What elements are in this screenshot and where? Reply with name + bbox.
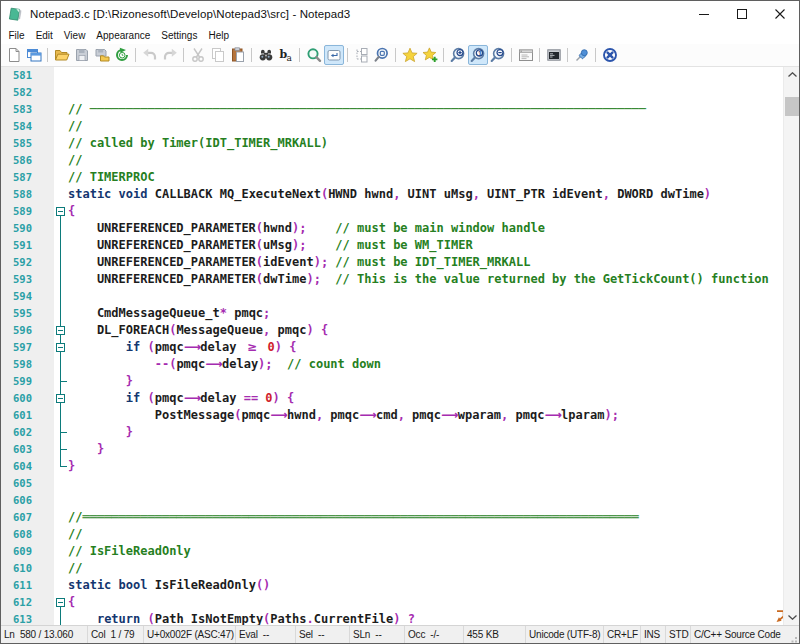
fold-margin-line xyxy=(54,271,68,288)
open-file-button[interactable] xyxy=(52,45,72,65)
paste-button[interactable] xyxy=(228,45,248,65)
code-token xyxy=(280,391,287,405)
menu-help[interactable]: Help xyxy=(203,28,235,43)
toolbar: ba1 xyxy=(1,44,799,67)
status-lexer[interactable]: C/C++ Source Code xyxy=(691,626,800,643)
line-number: 603 xyxy=(1,441,54,458)
code-line-609: 609// IsFileReadOnly xyxy=(1,543,783,560)
status-unicode[interactable]: U+0x002F (ASC:47) xyxy=(144,626,236,643)
fold-margin-box[interactable] xyxy=(54,322,68,339)
status-file-size[interactable]: 455 KB xyxy=(464,626,526,643)
code-token: // This is the value returned by the Get… xyxy=(335,272,768,286)
status-occurrences[interactable]: Occ -/- xyxy=(405,626,464,643)
favorite-icon xyxy=(402,47,418,63)
fold-collapse-icon[interactable] xyxy=(56,326,65,335)
status-sel-lines[interactable]: SLn -- xyxy=(350,626,405,643)
search-document-button[interactable] xyxy=(304,45,324,65)
code-text: PostMessage(pmqc⟶hwnd, pmqc⟶cmd, pmqc⟶wp… xyxy=(68,407,783,424)
code-token: { xyxy=(289,340,296,354)
menu-appearance[interactable]: Appearance xyxy=(91,28,156,43)
code-token: ) xyxy=(273,391,280,405)
line-number: 613 xyxy=(1,611,54,625)
zoom-in-button[interactable] xyxy=(448,45,468,65)
line-number: 601 xyxy=(1,407,54,424)
settings-dialog-button[interactable] xyxy=(516,45,536,65)
code-token: ( xyxy=(256,272,263,286)
fold-margin-box[interactable] xyxy=(54,339,68,356)
line-number: 587 xyxy=(1,169,54,186)
code-token: pmqc xyxy=(508,408,544,422)
toolbar-separator xyxy=(299,48,300,62)
status-zoom-mode[interactable]: STD xyxy=(666,626,691,643)
fold-margin-boxstart[interactable] xyxy=(54,203,68,220)
close-button[interactable] xyxy=(761,1,799,26)
fold-line-icon xyxy=(60,254,61,271)
code-token: ( xyxy=(147,340,154,354)
code-line-585: 585// called by Timer(IDT_TIMER_MRKALL) xyxy=(1,135,783,152)
fold-margin xyxy=(54,135,68,152)
status-line[interactable]: Ln 580 / 13.060 xyxy=(1,626,88,643)
menu-view[interactable]: View xyxy=(58,28,91,43)
scroll-down-icon[interactable] xyxy=(784,610,799,625)
code-text: if (pmqc⟶delay ≥ 0) { xyxy=(68,339,783,356)
code-token: idEvent xyxy=(263,255,314,269)
code-text: // xyxy=(68,118,783,135)
new-file-button[interactable] xyxy=(4,45,24,65)
minimize-button[interactable] xyxy=(685,1,723,26)
replace-button[interactable]: ba xyxy=(276,45,296,65)
exit-app-button[interactable] xyxy=(600,45,620,65)
execute-document-button[interactable] xyxy=(544,45,564,65)
fold-collapse-icon[interactable] xyxy=(56,598,65,607)
scroll-up-icon[interactable] xyxy=(784,67,799,82)
toolbar-separator xyxy=(595,48,596,62)
status-insert-mode[interactable]: INS xyxy=(641,626,666,643)
fold-tick-icon xyxy=(60,432,67,433)
fold-line-icon xyxy=(60,271,61,288)
always-on-top-button[interactable] xyxy=(572,45,592,65)
fold-margin-tick xyxy=(54,424,68,441)
find-button[interactable] xyxy=(256,45,276,65)
code-token: CmdMessageQueue_t xyxy=(68,306,220,320)
maximize-button[interactable] xyxy=(723,1,761,26)
show-document-tree-button xyxy=(352,45,372,65)
status-eol[interactable]: CR+LF xyxy=(604,626,641,643)
fold-margin-box[interactable] xyxy=(54,390,68,407)
status-encoding[interactable]: Unicode (UTF-8) xyxy=(526,626,604,643)
new-window-icon xyxy=(26,47,42,63)
zoom-reset-button[interactable]: 1 xyxy=(468,45,488,65)
resize-grip[interactable] xyxy=(788,632,798,642)
menu-settings[interactable]: Settings xyxy=(156,28,203,43)
code-text: return (Path_IsNotEmpty(Paths.CurrentFil… xyxy=(68,611,783,625)
code-token: } xyxy=(68,459,75,473)
favorites-button[interactable] xyxy=(400,45,420,65)
menu-edit[interactable]: Edit xyxy=(30,28,58,43)
menu-file[interactable]: File xyxy=(3,28,30,43)
line-number: 602 xyxy=(1,424,54,441)
fold-line-icon xyxy=(60,356,61,373)
zoom-out-button[interactable] xyxy=(488,45,508,65)
code-line-586: 586// xyxy=(1,152,783,169)
code-area[interactable]: 581582583// ────────────────────────────… xyxy=(1,67,783,625)
new-window-button[interactable] xyxy=(24,45,44,65)
status-column[interactable]: Col 1 / 79 xyxy=(88,626,144,643)
code-token: ? xyxy=(408,612,415,625)
status-eval[interactable]: Eval -- xyxy=(236,626,296,643)
scrollbar-thumb[interactable] xyxy=(785,97,799,116)
fold-collapse-icon[interactable] xyxy=(56,207,65,216)
code-token: pmqc xyxy=(176,357,205,371)
save-file-as-button[interactable] xyxy=(92,45,112,65)
line-number: 593 xyxy=(1,271,54,288)
add-favorite-button[interactable] xyxy=(420,45,440,65)
status-selection[interactable]: Sel -- xyxy=(296,626,350,643)
code-token: ⟶ xyxy=(184,390,201,407)
fold-margin-boxstart[interactable] xyxy=(54,594,68,611)
toggle-word-wrap-button[interactable] xyxy=(324,45,344,65)
fold-collapse-icon[interactable] xyxy=(56,343,65,352)
revert-file-button[interactable] xyxy=(112,45,132,65)
zoom-green-icon xyxy=(306,47,322,63)
code-token: UNREFERENCED_PARAMETER xyxy=(68,255,256,269)
code-token: void xyxy=(119,187,148,201)
zoom-view-button[interactable] xyxy=(372,45,392,65)
vertical-scrollbar[interactable] xyxy=(783,67,799,625)
fold-collapse-icon[interactable] xyxy=(56,394,65,403)
